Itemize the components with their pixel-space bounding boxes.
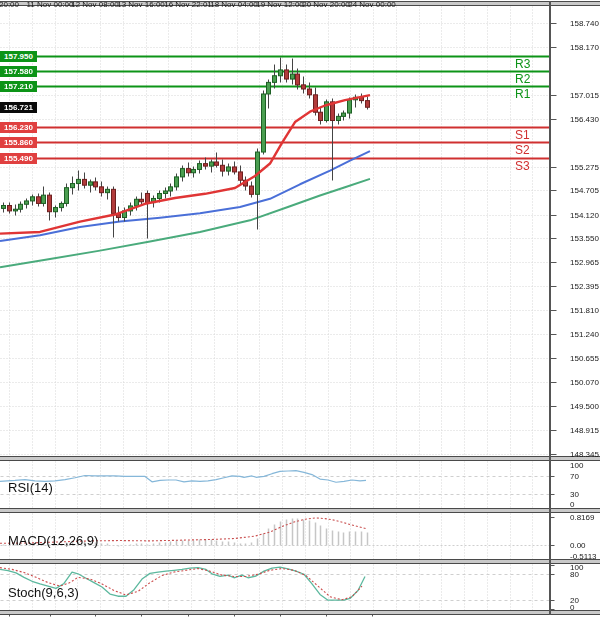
stoch-label: Stoch(9,6,3) bbox=[8, 585, 79, 600]
price-axis-label: 154.120 bbox=[570, 211, 599, 220]
resistance-badge: 157.950 bbox=[0, 51, 37, 62]
price-axis-label: 156.430 bbox=[570, 115, 599, 124]
macd-axis-label: -0.5113 bbox=[570, 552, 597, 561]
rsi-label: RSI(14) bbox=[8, 480, 53, 495]
trading-chart: RSI(14) MACD(12,26,9) Stoch(9,6,3) 158.7… bbox=[0, 0, 600, 633]
macd-axis-label: 0.8169 bbox=[570, 513, 594, 522]
separator-bottom bbox=[0, 610, 600, 615]
time-axis-label: 20 Nov 20:00 bbox=[302, 0, 350, 9]
right-axis-frame bbox=[549, 1, 551, 615]
level-label-s3: S3 bbox=[515, 160, 530, 172]
rsi-axis-label: 100 bbox=[570, 461, 583, 470]
time-axis-label: 24 Nov 00:00 bbox=[348, 0, 396, 9]
rsi-axis-label: 0 bbox=[570, 500, 574, 509]
macd-axis-label: 0.00 bbox=[570, 541, 586, 550]
time-axis-label: 18 Nov 04:00 bbox=[210, 0, 258, 9]
level-label-r3: R3 bbox=[515, 58, 530, 70]
price-axis-label: 151.240 bbox=[570, 330, 599, 339]
support-badge: 155.490 bbox=[0, 153, 37, 164]
separator-rsi-macd bbox=[0, 508, 600, 513]
price-axis-label: 155.275 bbox=[570, 163, 599, 172]
price-axis-label: 150.655 bbox=[570, 354, 599, 363]
macd-label: MACD(12,26,9) bbox=[8, 533, 98, 548]
support-badge: 156.230 bbox=[0, 122, 37, 133]
stoch-axis-label: 80 bbox=[570, 570, 579, 579]
level-label-s1: S1 bbox=[515, 129, 530, 141]
price-axis-label: 148.345 bbox=[570, 450, 599, 459]
support-badge: 155.860 bbox=[0, 137, 37, 148]
price-axis-label: 157.015 bbox=[570, 91, 599, 100]
rsi-axis-label: 70 bbox=[570, 472, 579, 481]
resistance-badge: 157.210 bbox=[0, 81, 37, 92]
price-axis-label: 158.740 bbox=[570, 19, 599, 28]
rsi-axis-label: 30 bbox=[570, 490, 579, 499]
price-axis-label: 148.915 bbox=[570, 426, 599, 435]
separator-macd-stoch bbox=[0, 559, 600, 564]
level-label-r2: R2 bbox=[515, 73, 530, 85]
current-price-badge: 156.721 bbox=[0, 102, 37, 113]
time-axis-label: 19 Nov 12:00 bbox=[256, 0, 304, 9]
time-axis-label: 16 Nov 22:01 bbox=[164, 0, 212, 9]
price-axis-label: 151.810 bbox=[570, 306, 599, 315]
price-axis-label: 149.500 bbox=[570, 402, 599, 411]
level-label-r1: R1 bbox=[515, 88, 530, 100]
level-label-s2: S2 bbox=[515, 144, 530, 156]
separator-main-rsi bbox=[0, 456, 600, 461]
resistance-badge: 157.580 bbox=[0, 66, 37, 77]
time-axis-label: 11 Nov 00:00 bbox=[27, 0, 74, 9]
price-axis-label: 153.550 bbox=[570, 234, 599, 243]
time-axis-label: 13 Nov 16:00 bbox=[117, 0, 165, 9]
stoch-axis-label: 0 bbox=[570, 603, 574, 612]
time-axis-label: 12 Nov 08:00 bbox=[71, 0, 119, 9]
price-axis-label: 152.965 bbox=[570, 258, 599, 267]
price-axis-label: 152.395 bbox=[570, 282, 599, 291]
price-axis-label: 154.705 bbox=[570, 186, 599, 195]
price-axis-label: 158.170 bbox=[570, 43, 599, 52]
time-axis-label: 20:00 bbox=[0, 0, 19, 9]
price-axis-label: 150.070 bbox=[570, 378, 599, 387]
